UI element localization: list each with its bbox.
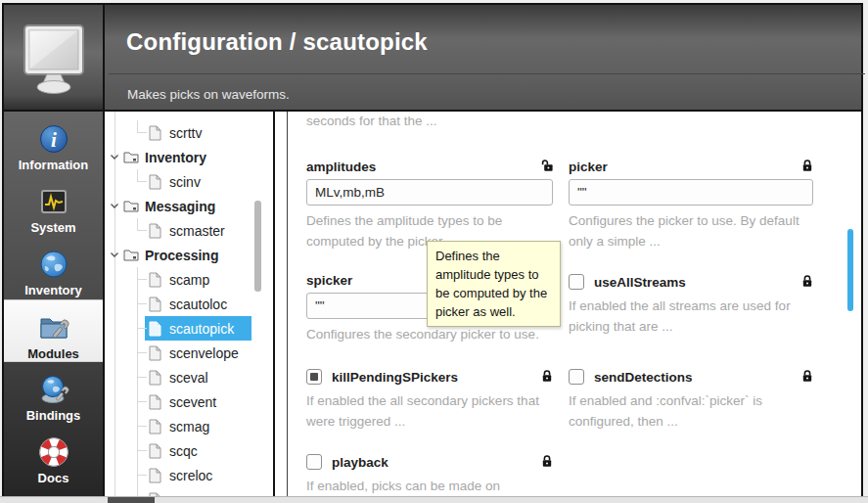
file-icon xyxy=(149,174,161,190)
field-picker: picker Configures the picker to use. By … xyxy=(569,158,813,252)
folder-icon xyxy=(123,200,139,212)
lock-closed-icon[interactable] xyxy=(801,274,813,288)
sidebar-item-inventory[interactable]: Inventory xyxy=(4,237,103,299)
system-icon xyxy=(38,186,69,217)
sidebar: i Information System Inventory xyxy=(4,112,103,496)
svg-text:i: i xyxy=(51,128,57,152)
sidebar-item-label: System xyxy=(30,220,75,235)
tree-item-scqc[interactable]: scqc xyxy=(105,438,273,463)
field-description: If enabled the all secondary pickers tha… xyxy=(306,390,553,432)
info-icon: i xyxy=(38,123,69,155)
field-label: playback xyxy=(332,455,388,470)
field-sendDetections: sendDetections If enabled and :confval:`… xyxy=(569,368,813,432)
tree-item-label: scamp xyxy=(169,272,209,288)
useAllStreams-checkbox[interactable] xyxy=(569,274,584,290)
tree-item-label: scautopick xyxy=(169,321,234,337)
scconfig-window: Configuration / scautopick Makes picks o… xyxy=(0,0,868,503)
tree-item-messaging[interactable]: Messaging xyxy=(105,194,273,218)
tree-item-scevent[interactable]: scevent xyxy=(105,389,273,414)
tooltip: Defines the amplitude types to be comput… xyxy=(427,241,561,327)
tree-item-label: scevent xyxy=(169,394,216,410)
file-icon xyxy=(149,468,161,483)
field-label: sendDetections xyxy=(594,370,693,385)
amplitudes-input[interactable] xyxy=(306,179,553,206)
window-border-right xyxy=(861,3,863,496)
tree-item-label: scautoloc xyxy=(169,297,227,312)
folder-icon xyxy=(123,249,139,261)
sidebar-item-bindings[interactable]: Bindings xyxy=(4,362,103,425)
tree-item-scmaster[interactable]: scmaster xyxy=(105,218,273,243)
lock-closed-icon[interactable] xyxy=(801,159,813,172)
tree-item-label: scqc xyxy=(169,443,198,459)
sidebar-item-label: Docs xyxy=(38,471,69,485)
sidebar-item-docs[interactable]: Docs xyxy=(4,425,103,487)
field-description: Configures the picker to use. By default… xyxy=(569,210,813,252)
file-icon xyxy=(149,394,161,410)
page-title: Configuration / scautopick xyxy=(126,28,428,56)
tree-item-inventory[interactable]: Inventory xyxy=(105,145,273,169)
file-icon xyxy=(149,370,161,386)
sidebar-item-system[interactable]: System xyxy=(4,174,103,237)
sidebar-item-label: Bindings xyxy=(26,408,81,423)
module-icon-box xyxy=(4,5,103,111)
config-form-panel: seconds for that the ... amplitudes Defi… xyxy=(275,112,861,496)
tree-item-partial[interactable] xyxy=(105,487,273,496)
field-label: spicker xyxy=(306,273,352,288)
main-scrollbar-thumb[interactable] xyxy=(847,229,853,311)
field-description: If enabled and :confval:`picker` is conf… xyxy=(569,390,813,432)
bottom-scrollbar-thumb[interactable] xyxy=(108,497,155,503)
globe-icon xyxy=(38,249,69,280)
tree-item-sceval[interactable]: sceval xyxy=(105,365,273,389)
field-description: If enabled, picks can be made on xyxy=(306,476,553,496)
tree-item-scamp[interactable]: scamp xyxy=(105,267,273,292)
field-amplitudes: amplitudes Defines the amplitude types t… xyxy=(306,158,553,252)
tree-item-scautopick[interactable]: scautopick xyxy=(105,316,273,341)
tree-item-scmag[interactable]: scmag xyxy=(105,414,273,438)
tree-item-label: Messaging xyxy=(145,199,215,214)
tree-item-label: sceval xyxy=(169,370,208,386)
file-icon xyxy=(149,125,161,141)
lock-closed-icon[interactable] xyxy=(801,369,813,383)
tree-item-scautoloc[interactable]: scautoloc xyxy=(105,292,273,316)
sidebar-item-label: Modules xyxy=(27,346,79,361)
lock-closed-icon[interactable] xyxy=(541,369,553,383)
bindings-icon xyxy=(38,374,69,405)
sidebar-item-information[interactable]: i Information xyxy=(4,112,103,174)
tree-item-label: scinv xyxy=(169,174,201,190)
tree-item-label: scmag xyxy=(169,419,209,434)
tree-item-scrttv[interactable]: scrttv xyxy=(105,120,273,145)
file-icon xyxy=(149,297,161,312)
file-icon xyxy=(149,321,161,337)
tree-item-scinv[interactable]: scinv xyxy=(105,169,273,194)
field-description: If enabled the all streams are used for … xyxy=(569,296,813,337)
tree-item-label: scrttv xyxy=(169,125,202,141)
playback-checkbox[interactable] xyxy=(306,454,322,470)
sidebar-item-modules[interactable]: Modules xyxy=(4,299,103,362)
lock-open-icon[interactable] xyxy=(541,159,553,172)
field-label: killPendingSPickers xyxy=(332,370,458,385)
page-subtitle: Makes picks on waveforms. xyxy=(127,87,290,102)
tree-item-screloc[interactable]: screloc xyxy=(105,463,273,487)
lock-closed-icon[interactable] xyxy=(541,454,553,468)
tree-item-label: Processing xyxy=(145,248,218,263)
sendDetections-checkbox[interactable] xyxy=(569,369,584,385)
module-tree: scrttv Inventory scinv Messaging scmaste… xyxy=(105,112,273,496)
file-icon xyxy=(149,419,161,434)
file-icon xyxy=(149,223,161,239)
tree-item-scenvelope[interactable]: scenvelope xyxy=(105,341,273,365)
chevron-down-icon xyxy=(110,252,119,258)
field-killPendingSPickers: killPendingSPickers If enabled the all s… xyxy=(306,368,553,432)
tree-item-processing[interactable]: Processing xyxy=(105,243,273,267)
file-icon xyxy=(149,443,161,459)
tree-item-label: Inventory xyxy=(145,150,206,165)
sidebar-item-label: Information xyxy=(19,158,89,172)
field-label: useAllStreams xyxy=(594,275,686,290)
picker-input[interactable] xyxy=(569,179,813,206)
file-icon xyxy=(149,272,161,288)
field-playback: playback If enabled, picks can be made o… xyxy=(306,453,553,496)
tree-scrollbar-thumb[interactable] xyxy=(254,201,261,292)
lifebuoy-icon xyxy=(38,436,69,468)
killPendingSPickers-checkbox[interactable] xyxy=(306,369,322,385)
file-icon xyxy=(149,345,161,361)
field-description: Configures the secondary picker to use. xyxy=(306,324,553,344)
